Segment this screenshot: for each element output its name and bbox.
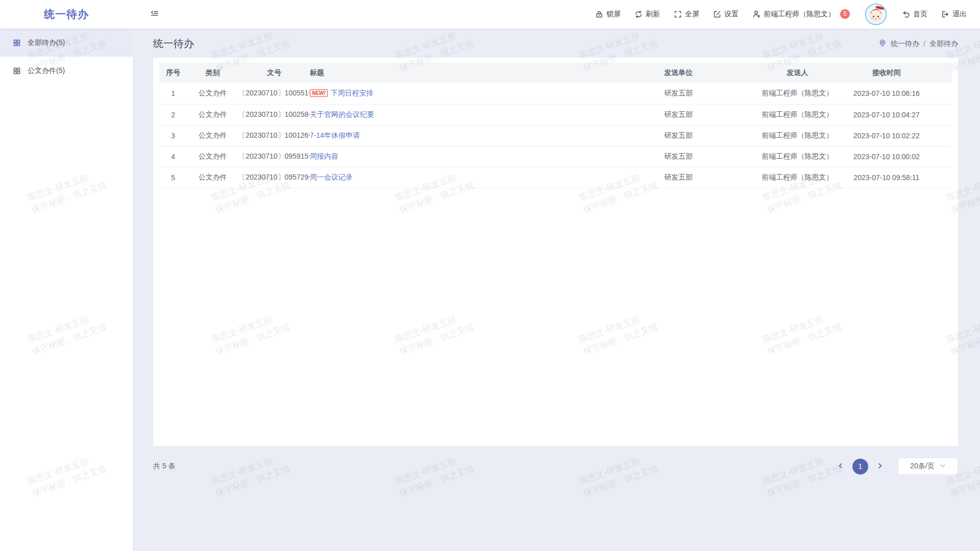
cell-title: 关于官网的会议纪要 (310, 104, 611, 125)
table-body: 1 公文办件 〔20230710〕100551号 NEW!下周日程安排 研发五部… (159, 83, 952, 188)
cell-doc-no: 〔20230710〕100551号 (238, 83, 310, 104)
fullscreen-icon (674, 10, 682, 18)
cell-unit: 研发五部 (611, 146, 746, 167)
sidebar-item-label: 公文办件(5) (28, 66, 65, 76)
col-spacer (924, 63, 952, 83)
cell-no: 1 (159, 83, 187, 104)
cell-category: 公文办件 (187, 125, 238, 146)
sidebar-item-official-docs[interactable]: 公文办件(5) (0, 57, 133, 85)
page-title: 统一待办 (153, 37, 194, 51)
col-time: 接收时间 (849, 63, 924, 83)
user-icon (752, 10, 761, 18)
logout-icon (941, 10, 949, 18)
content-footer: 共 5 条 1 (153, 458, 958, 475)
cell-no: 2 (159, 104, 187, 125)
table-header-row: 序号 类别 文号 标题 发送单位 发送人 接收时间 (159, 63, 952, 83)
cell-category: 公文办件 (187, 83, 238, 104)
cell-doc-no: 〔20230710〕100258号 (238, 104, 310, 125)
cell-time: 2023-07-10 10:02:22 (849, 125, 924, 146)
cell-time: 2023-07-10 10:04:27 (849, 104, 924, 125)
home-button[interactable]: 首页 (902, 10, 927, 19)
settings-button[interactable]: 设置 (713, 10, 739, 19)
cell-category: 公文办件 (187, 104, 238, 125)
page-1-button[interactable]: 1 (852, 459, 868, 474)
logout-button[interactable]: 退出 (941, 10, 967, 19)
content-header: 统一待办 统一待办 / 全部待办 (153, 37, 958, 51)
cell-time: 2023-07-10 09:58:11 (849, 167, 924, 188)
doc-title-link[interactable]: 周报内容 (310, 152, 338, 160)
logout-label: 退出 (952, 10, 967, 19)
chevron-left-icon (837, 462, 844, 471)
table-row: 5 公文办件 〔20230710〕095729号 周一会议记录 研发五部 前端工… (159, 167, 952, 188)
doc-title-link[interactable]: 周一会议记录 (310, 173, 353, 181)
cell-category: 公文办件 (187, 167, 238, 188)
settings-edit-icon (713, 10, 721, 18)
home-label: 首页 (913, 10, 927, 19)
location-pin-icon (878, 39, 887, 48)
new-badge: NEW! (310, 89, 328, 97)
cell-title: 周报内容 (310, 146, 611, 167)
grid-icon (13, 39, 21, 47)
user-menu[interactable]: 前端工程师（陈思文） 5 (752, 10, 850, 19)
settings-label: 设置 (724, 10, 739, 19)
page-size-select[interactable]: 20条/页 (898, 458, 958, 475)
todo-table: 序号 类别 文号 标题 发送单位 发送人 接收时间 1 公文办件 〔202307… (159, 63, 952, 188)
topbar-actions: 锁屏 刷新 (595, 3, 980, 26)
grid-icon (13, 67, 21, 75)
col-title: 标题 (310, 63, 611, 83)
col-unit: 发送单位 (611, 63, 746, 83)
cell-spacer (924, 125, 952, 146)
cell-sender: 前端工程师（陈思文） (746, 83, 849, 104)
avatar[interactable] (865, 3, 887, 26)
doc-title-link[interactable]: 关于官网的会议纪要 (310, 110, 374, 118)
lock-screen-button[interactable]: 锁屏 (595, 10, 621, 19)
refresh-label: 刷新 (646, 10, 660, 19)
lock-icon (595, 10, 603, 18)
doc-title-link[interactable]: 下周日程安排 (331, 89, 374, 97)
breadcrumb-separator: / (923, 40, 925, 48)
cell-sender: 前端工程师（陈思文） (746, 167, 849, 188)
table-row: 4 公文办件 〔20230710〕095915号 周报内容 研发五部 前端工程师… (159, 146, 952, 167)
table-card: 序号 类别 文号 标题 发送单位 发送人 接收时间 1 公文办件 〔202307… (153, 58, 958, 446)
cell-doc-no: 〔20230710〕100126号 (238, 125, 310, 146)
cell-category: 公文办件 (187, 146, 238, 167)
next-page-button[interactable] (874, 460, 886, 473)
col-sender: 发送人 (746, 63, 849, 83)
sidebar-collapse-button[interactable] (148, 7, 161, 21)
cell-doc-no: 〔20230710〕095729号 (238, 167, 310, 188)
lock-screen-label: 锁屏 (606, 10, 621, 19)
cell-sender: 前端工程师（陈思文） (746, 125, 849, 146)
refresh-button[interactable]: 刷新 (634, 10, 660, 19)
cell-no: 4 (159, 146, 187, 167)
breadcrumb-root[interactable]: 统一待办 (891, 39, 919, 48)
col-doc-no: 文号 (238, 63, 310, 83)
sidebar-item-all-todos[interactable]: 全部待办(5) (0, 29, 133, 57)
refresh-icon (634, 10, 643, 18)
cell-no: 5 (159, 167, 187, 188)
total-count: 共 5 条 (153, 462, 176, 471)
cell-spacer (924, 167, 952, 188)
main-area: 全部待办(5) 公文办件(5) 统一待办 (0, 29, 980, 551)
cell-unit: 研发五部 (611, 104, 746, 125)
cell-unit: 研发五部 (611, 125, 746, 146)
user-name: 前端工程师（陈思文） (764, 10, 835, 19)
todo-count-badge: 5 (840, 9, 850, 19)
page-size-value: 20条/页 (910, 462, 934, 471)
cell-title: NEW!下周日程安排 (310, 83, 611, 104)
fullscreen-button[interactable]: 全屏 (674, 10, 699, 19)
doc-title-link[interactable]: 7-14年休假申请 (310, 131, 360, 139)
menu-fold-icon (150, 9, 159, 19)
cell-unit: 研发五部 (611, 167, 746, 188)
cell-title: 周一会议记录 (310, 167, 611, 188)
col-category: 类别 (187, 63, 238, 83)
fullscreen-label: 全屏 (685, 10, 699, 19)
app-root: 统一待办 (0, 0, 980, 551)
cell-title: 7-14年休假申请 (310, 125, 611, 146)
cell-spacer (924, 104, 952, 125)
cell-sender: 前端工程师（陈思文） (746, 104, 849, 125)
sidebar-item-label: 全部待办(5) (28, 38, 65, 47)
logo-text: 统一待办 (44, 8, 89, 20)
cell-doc-no: 〔20230710〕095915号 (238, 146, 310, 167)
cell-time: 2023-07-10 10:06:16 (849, 83, 924, 104)
prev-page-button[interactable] (835, 460, 846, 473)
